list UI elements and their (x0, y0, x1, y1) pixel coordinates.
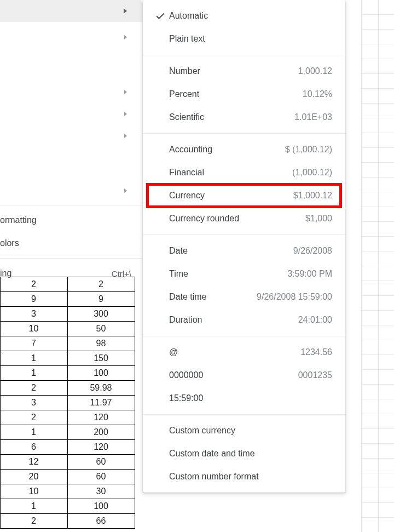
check-icon-slot (152, 10, 169, 21)
check-icon-slot (152, 347, 169, 358)
check-icon-slot (152, 167, 169, 178)
table-cell[interactable]: 2 (0, 514, 67, 529)
format-option-currency[interactable]: Currency$1,000.12 (143, 184, 345, 207)
format-option-duration[interactable]: Duration24:01:00 (143, 308, 345, 331)
menu-divider (143, 414, 345, 415)
menu-item-label: ing (0, 268, 11, 278)
format-option-plaintext[interactable]: Plain text (143, 27, 345, 50)
format-option-label: Number (169, 66, 200, 76)
table-cell[interactable]: 3 (0, 396, 67, 410)
number-format-submenu: AutomaticPlain textNumber1,000.12Percent… (143, 0, 345, 493)
table-cell[interactable]: 60 (67, 470, 135, 484)
table-cell[interactable]: 59.98 (67, 381, 135, 396)
table-cell[interactable]: 10 (0, 322, 67, 336)
table-cell[interactable]: 1 (0, 425, 67, 440)
format-option-custom-datetime[interactable]: Custom date and time (143, 442, 345, 465)
submenu-arrow-icon (124, 112, 127, 116)
check-icon-slot (152, 393, 169, 404)
format-option-automatic[interactable]: Automatic (143, 4, 345, 27)
table-cell[interactable]: 9 (0, 292, 67, 307)
table-cell[interactable]: 30 (67, 484, 135, 499)
parent-menu-item[interactable] (0, 180, 142, 202)
table-cell[interactable]: 66 (67, 514, 135, 529)
parent-menu-item[interactable] (0, 0, 142, 22)
menu-divider (143, 133, 345, 134)
table-cell[interactable]: 10 (0, 484, 67, 499)
format-option-label: Custom currency (169, 426, 235, 436)
parent-format-menu: ormatting olors ing Ctrl+\ (0, 0, 143, 274)
check-icon-slot (152, 190, 169, 201)
table-cell[interactable]: 9 (67, 292, 135, 307)
format-option-custom-currency[interactable]: Custom currency (143, 419, 345, 442)
check-icon-slot (152, 112, 169, 123)
format-option-label: Date (169, 246, 188, 256)
format-option-example: 1,000.12 (298, 66, 332, 76)
format-option-example: (1,000.12) (292, 168, 332, 178)
menu-item-alternating-colors[interactable]: olors (0, 232, 142, 255)
check-icon-slot (152, 370, 169, 381)
format-option-custom-number[interactable]: Custom number format (143, 465, 345, 488)
menu-divider (143, 336, 345, 336)
table-cell[interactable]: 2 (0, 410, 67, 425)
format-option-label: Scientific (169, 112, 204, 122)
table-cell[interactable]: 20 (0, 470, 67, 484)
menu-divider (0, 258, 142, 259)
table-cell[interactable]: 1 (0, 366, 67, 381)
table-cell[interactable]: 300 (67, 307, 135, 322)
format-option-datetime[interactable]: Date time9/26/2008 15:59:00 (143, 285, 345, 308)
check-icon-slot (152, 89, 169, 100)
table-cell[interactable]: 12 (0, 455, 67, 470)
format-option-timefmt[interactable]: 15:59:00 (143, 387, 345, 410)
parent-menu-item[interactable] (0, 26, 142, 48)
format-option-label: 0000000 (169, 370, 203, 380)
parent-menu-item[interactable] (0, 125, 142, 147)
table-cell[interactable]: 98 (67, 336, 135, 351)
format-option-label: Automatic (169, 11, 208, 21)
format-option-label: Custom number format (169, 472, 259, 482)
parent-menu-item[interactable] (0, 103, 142, 125)
format-option-accounting[interactable]: Accounting$ (1,000.12) (143, 138, 345, 161)
check-icon-slot (152, 245, 169, 256)
menu-item-clear-formatting[interactable]: ing Ctrl+\ (0, 262, 142, 285)
check-icon-slot (152, 448, 169, 459)
format-option-date[interactable]: Date9/26/2008 (143, 239, 345, 262)
format-option-at[interactable]: @1234.56 (143, 341, 345, 364)
format-option-label: Percent (169, 89, 199, 99)
table-cell[interactable]: 1 (0, 351, 67, 366)
check-icon-slot (152, 268, 169, 279)
check-icon-slot (152, 213, 169, 224)
table-cell[interactable]: 120 (67, 440, 135, 455)
check-icon-slot (152, 314, 169, 325)
format-option-currency-rounded[interactable]: Currency rounded$1,000 (143, 207, 345, 230)
menu-divider (143, 234, 345, 235)
format-option-scientific[interactable]: Scientific1.01E+03 (143, 106, 345, 129)
format-option-financial[interactable]: Financial(1,000.12) (143, 161, 345, 184)
table-cell[interactable]: 60 (67, 455, 135, 470)
table-cell[interactable]: 150 (67, 351, 135, 366)
table-cell[interactable]: 100 (67, 366, 135, 381)
check-icon-slot (152, 291, 169, 302)
table-cell[interactable]: 3 (0, 307, 67, 322)
table-cell[interactable]: 100 (67, 499, 135, 514)
table-cell[interactable]: 2 (0, 381, 67, 396)
table-cell[interactable]: 11.97 (67, 396, 135, 410)
table-cell[interactable]: 6 (0, 440, 67, 455)
menu-divider (143, 55, 345, 55)
check-icon-slot (152, 66, 169, 77)
check-icon (155, 10, 166, 21)
format-option-time[interactable]: Time3:59:00 PM (143, 262, 345, 285)
format-option-example: 0001235 (298, 370, 332, 380)
menu-item-conditional-formatting[interactable]: ormatting (0, 209, 142, 232)
format-option-percent[interactable]: Percent10.12% (143, 83, 345, 106)
table-cell[interactable]: 50 (67, 322, 135, 336)
table-cell[interactable]: 7 (0, 336, 67, 351)
format-option-number[interactable]: Number1,000.12 (143, 60, 345, 83)
table-cell[interactable]: 120 (67, 410, 135, 425)
format-option-example: 9/26/2008 (293, 246, 332, 256)
table-cell[interactable]: 1 (0, 499, 67, 514)
format-option-label: Financial (169, 168, 204, 178)
format-option-zeros[interactable]: 00000000001235 (143, 364, 345, 387)
parent-menu-item[interactable] (0, 81, 142, 103)
format-option-example: 1234.56 (300, 347, 332, 357)
table-cell[interactable]: 200 (67, 425, 135, 440)
